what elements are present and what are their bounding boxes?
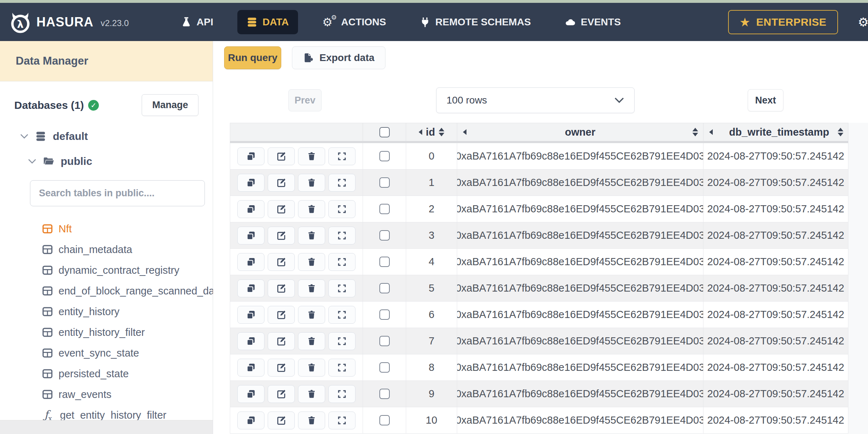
clone-row-button[interactable] bbox=[237, 359, 264, 377]
edit-row-button[interactable] bbox=[268, 306, 295, 324]
sort-icon[interactable] bbox=[838, 128, 843, 136]
chevron-down-icon[interactable] bbox=[28, 158, 36, 164]
row-checkbox[interactable] bbox=[379, 389, 390, 399]
collapse-column-icon[interactable] bbox=[463, 129, 466, 135]
sidebar-table-item[interactable]: event_sync_state bbox=[0, 343, 213, 363]
edit-row-button[interactable] bbox=[268, 174, 295, 192]
delete-row-button[interactable] bbox=[298, 332, 325, 350]
clone-row-button[interactable] bbox=[237, 412, 264, 429]
sidebar-table-item[interactable]: end_of_block_range_scanned_data bbox=[0, 281, 213, 301]
delete-row-button[interactable] bbox=[298, 253, 325, 271]
clone-row-button[interactable] bbox=[237, 385, 264, 403]
next-page-button[interactable]: Next bbox=[748, 89, 783, 111]
nav-item-events[interactable]: EVENTS bbox=[555, 10, 630, 34]
clone-row-button[interactable] bbox=[237, 332, 264, 350]
expand-row-button[interactable] bbox=[328, 227, 355, 244]
prev-page-button[interactable]: Prev bbox=[288, 89, 322, 111]
expand-row-button[interactable] bbox=[328, 306, 355, 324]
tree-node-schema[interactable]: public bbox=[0, 155, 213, 167]
delete-row-button[interactable] bbox=[298, 174, 325, 192]
clone-row-button[interactable] bbox=[237, 147, 264, 165]
row-checkbox[interactable] bbox=[379, 362, 390, 373]
edit-row-button[interactable] bbox=[268, 227, 295, 244]
clone-row-button[interactable] bbox=[237, 253, 264, 271]
grid-header-owner[interactable]: owner bbox=[457, 123, 703, 141]
rows-per-page-select[interactable]: 100 rows bbox=[436, 87, 635, 113]
settings-gear-icon[interactable]: ⚙ bbox=[858, 15, 868, 29]
expand-icon bbox=[337, 416, 347, 425]
edit-row-button[interactable] bbox=[268, 385, 295, 403]
expand-row-button[interactable] bbox=[328, 279, 355, 297]
delete-row-button[interactable] bbox=[298, 227, 325, 244]
delete-row-button[interactable] bbox=[298, 306, 325, 324]
select-all-checkbox[interactable] bbox=[379, 127, 390, 137]
edit-row-button[interactable] bbox=[268, 147, 295, 165]
databases-row: Databases (1) ✓ Manage bbox=[14, 94, 198, 116]
run-query-button[interactable]: Run query bbox=[224, 46, 281, 69]
sidebar-table-item[interactable]: chain_metadata bbox=[0, 239, 213, 260]
collapse-column-icon[interactable] bbox=[419, 129, 422, 135]
enterprise-button[interactable]: ★ ENTERPRISE bbox=[728, 10, 838, 34]
search-input[interactable] bbox=[30, 180, 205, 206]
clone-row-button[interactable] bbox=[237, 227, 264, 244]
grid-header-id[interactable]: id bbox=[406, 123, 457, 141]
expand-row-button[interactable] bbox=[328, 332, 355, 350]
nav-item-remote-schemas[interactable]: REMOTE SCHEMAS bbox=[410, 10, 540, 34]
clone-row-button[interactable] bbox=[237, 200, 264, 218]
delete-row-button[interactable] bbox=[298, 385, 325, 403]
sidebar-table-item[interactable]: raw_events bbox=[0, 384, 213, 405]
expand-row-button[interactable] bbox=[328, 412, 355, 429]
sidebar-footer-scrollbar[interactable] bbox=[0, 420, 213, 434]
nav-item-api[interactable]: API bbox=[172, 10, 223, 34]
collapse-column-icon[interactable] bbox=[709, 129, 713, 135]
sidebar-table-item[interactable]: entity_history_filter bbox=[0, 322, 213, 343]
expand-row-button[interactable] bbox=[328, 147, 355, 165]
brand[interactable]: λ HASURA v2.23.0 bbox=[9, 11, 129, 33]
grid-header-db-write-timestamp[interactable]: db_write_timestamp bbox=[703, 123, 848, 141]
expand-row-button[interactable] bbox=[328, 174, 355, 192]
delete-row-button[interactable] bbox=[298, 147, 325, 165]
clone-row-button[interactable] bbox=[237, 279, 264, 297]
sidebar-table-item[interactable]: dynamic_contract_registry bbox=[0, 260, 213, 281]
delete-row-button[interactable] bbox=[298, 279, 325, 297]
edit-row-button[interactable] bbox=[268, 253, 295, 271]
export-data-button[interactable]: Export data bbox=[292, 46, 385, 69]
delete-row-button[interactable] bbox=[298, 412, 325, 429]
row-checkbox[interactable] bbox=[379, 415, 390, 425]
row-checkbox[interactable] bbox=[379, 177, 390, 188]
manage-button[interactable]: Manage bbox=[142, 94, 198, 116]
row-checkbox[interactable] bbox=[379, 336, 390, 346]
edit-row-button[interactable] bbox=[268, 200, 295, 218]
row-checkbox[interactable] bbox=[379, 283, 390, 293]
table-row: 4 0xaBA7161A7fb69c88e16ED9f455CE62B791EE… bbox=[230, 249, 848, 275]
clone-row-button[interactable] bbox=[237, 174, 264, 192]
expand-row-button[interactable] bbox=[328, 253, 355, 271]
expand-icon bbox=[337, 257, 347, 267]
edit-row-button[interactable] bbox=[268, 412, 295, 429]
row-checkbox[interactable] bbox=[379, 230, 390, 241]
row-checkbox[interactable] bbox=[379, 151, 390, 161]
sort-icon[interactable] bbox=[692, 128, 698, 136]
sidebar-table-item[interactable]: persisted_state bbox=[0, 363, 213, 384]
expand-row-button[interactable] bbox=[328, 200, 355, 218]
row-checkbox[interactable] bbox=[379, 309, 390, 320]
nav-item-data[interactable]: DATA bbox=[237, 10, 298, 34]
sidebar-table-item[interactable]: entity_history bbox=[0, 301, 213, 322]
cell-owner: 0xaBA7161A7fb69c88e16ED9f455CE62B791EE4D… bbox=[457, 381, 703, 407]
edit-row-button[interactable] bbox=[268, 359, 295, 377]
row-checkbox[interactable] bbox=[379, 204, 390, 214]
sort-icon[interactable] bbox=[439, 128, 444, 136]
row-checkbox[interactable] bbox=[379, 257, 390, 267]
delete-row-button[interactable] bbox=[298, 359, 325, 377]
delete-row-button[interactable] bbox=[298, 200, 325, 218]
expand-row-button[interactable] bbox=[328, 359, 355, 377]
edit-row-button[interactable] bbox=[268, 332, 295, 350]
expand-row-button[interactable] bbox=[328, 385, 355, 403]
sidebar-table-item[interactable]: Nft bbox=[0, 218, 213, 239]
nav-item-actions[interactable]: ⚙⚙ ACTIONS bbox=[313, 10, 395, 34]
chevron-down-icon[interactable] bbox=[20, 133, 29, 139]
edit-row-button[interactable] bbox=[268, 279, 295, 297]
table-name: entity_history_filter bbox=[59, 327, 145, 338]
clone-row-button[interactable] bbox=[237, 306, 264, 324]
tree-node-database[interactable]: default bbox=[0, 130, 213, 142]
